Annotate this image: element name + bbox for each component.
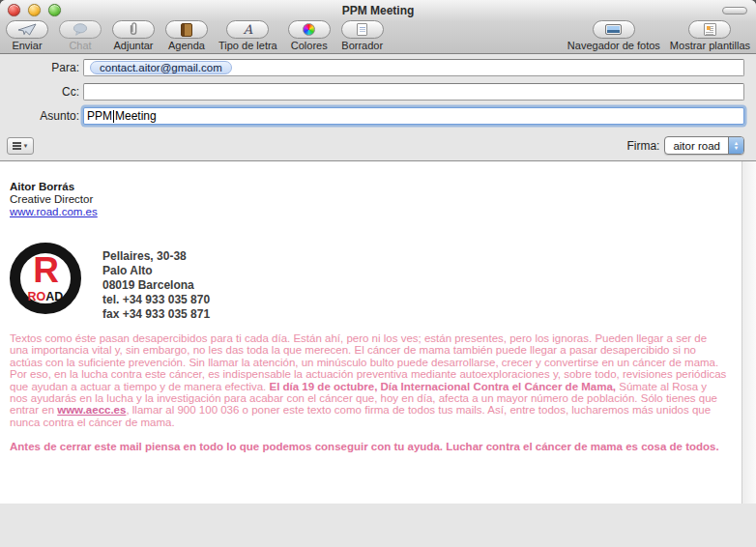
signature-popup-button[interactable]: aitor road ▲▼ <box>664 136 744 155</box>
draft-button[interactable]: Borrador <box>341 20 384 51</box>
subject-row: Asunto: PPM Meeting <box>0 107 744 125</box>
address-line: Palo Alto <box>102 264 210 278</box>
signature-block: Aitor Borrás Creative Director www.road.… <box>10 181 727 218</box>
address-book-button[interactable]: Agenda <box>165 20 208 51</box>
to-field[interactable]: contact.aitor@gmail.com <box>83 59 744 76</box>
font-icon: A <box>226 20 269 39</box>
template-icon <box>688 20 731 39</box>
header-fields: Para: contact.aitor@gmail.com Cc: Asunto… <box>0 54 756 132</box>
subject-label: Asunto: <box>0 109 83 123</box>
color-wheel-icon <box>288 20 331 39</box>
colors-button[interactable]: Colores <box>288 20 331 51</box>
road-logo-letter: R <box>20 250 71 291</box>
cc-label: Cc: <box>0 85 83 99</box>
header-fields-action-button[interactable]: ▼ <box>7 137 34 155</box>
toolbar: Enviar Chat Adjuntar <box>0 21 756 54</box>
logo-address-row: R ROAD Pellaires, 30-38 Palo Alto 08019 … <box>10 243 727 322</box>
subject-field[interactable]: PPM Meeting <box>83 107 744 125</box>
paperclip-icon <box>112 20 155 39</box>
address-book-icon <box>165 20 208 39</box>
address-line: Pellaires, 30-38 <box>102 249 210 264</box>
aecc-link[interactable]: www.aecc.es <box>57 404 126 416</box>
photo-icon <box>593 20 635 39</box>
cc-field[interactable] <box>83 83 744 101</box>
subject-text-after-caret: Meeting <box>115 109 157 123</box>
title-bar[interactable]: PPM Meeting <box>0 0 756 21</box>
signature-name: Aitor Borrás <box>10 181 727 193</box>
address-line: fax +34 933 035 871 <box>102 307 210 322</box>
message-body-editor[interactable]: Aitor Borrás Creative Director www.road.… <box>0 161 756 504</box>
send-icon <box>6 20 48 39</box>
attach-button[interactable]: Adjuntar <box>112 20 155 51</box>
subject-text-before-caret: PPM <box>87 109 112 123</box>
list-lines-icon <box>13 145 21 147</box>
chat-icon <box>59 20 102 39</box>
toolbar-right-group: Navegador de fotos Mostrar plantillas <box>567 20 750 51</box>
to-row: Para: contact.aitor@gmail.com <box>0 59 744 76</box>
toolbar-toggle-button[interactable] <box>722 7 747 14</box>
fonts-button[interactable]: A Tipo de letra <box>218 20 277 51</box>
vertical-scrollbar[interactable] <box>741 161 756 504</box>
road-logo: R ROAD <box>10 243 81 314</box>
cc-row: Cc: <box>0 83 744 101</box>
document-icon <box>341 20 384 39</box>
signature-selector: Firma: aitor road ▲▼ <box>626 136 744 155</box>
signature-popup-value: aitor road <box>665 137 728 154</box>
to-label: Para: <box>0 61 83 74</box>
chevron-down-icon: ▼ <box>23 143 29 149</box>
signature-role: Creative Director <box>10 193 727 206</box>
photo-browser-button[interactable]: Navegador de fotos <box>567 20 660 51</box>
show-templates-button[interactable]: Mostrar plantillas <box>670 20 750 51</box>
toolbar-left-group: Enviar Chat Adjuntar <box>6 20 384 51</box>
address-line: 08019 Barcelona <box>102 278 210 293</box>
signature-website-link[interactable]: www.road.com.es <box>10 206 98 217</box>
window-title: PPM Meeting <box>0 4 756 17</box>
campaign-paragraph: Textos como éste pasan desapercibidos pa… <box>10 332 727 428</box>
options-row: ▼ Firma: aitor road ▲▼ <box>0 132 756 161</box>
road-logo-wordmark: ROAD <box>20 290 71 303</box>
popup-stepper-icon: ▲▼ <box>728 137 743 154</box>
address-block: Pellaires, 30-38 Palo Alto 08019 Barcelo… <box>102 243 210 322</box>
mail-compose-window: PPM Meeting Enviar Cha <box>0 0 756 547</box>
campaign-closing-line: Antes de cerrar este mail piensa en todo… <box>10 441 727 452</box>
recipient-token[interactable]: contact.aitor@gmail.com <box>90 61 232 74</box>
address-line: tel. +34 933 035 870 <box>102 293 210 307</box>
text-caret <box>113 110 114 123</box>
campaign-bold-date: El día 19 de octubre, Día Internacional … <box>270 381 617 392</box>
signature-label: Firma: <box>626 139 659 153</box>
send-button[interactable]: Enviar <box>6 20 48 51</box>
chat-button[interactable]: Chat <box>59 20 102 51</box>
